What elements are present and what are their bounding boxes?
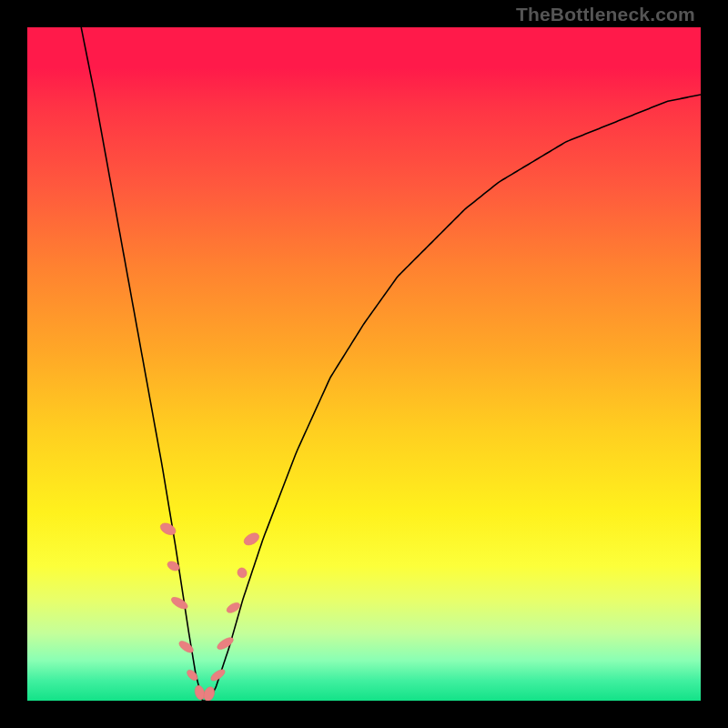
watermark-text: TheBottleneck.com <box>516 4 695 25</box>
bottleneck-curve <box>27 27 701 701</box>
bead-marker <box>158 521 177 537</box>
bead-marker <box>242 531 261 548</box>
bead-marker <box>236 566 248 579</box>
bead-marker <box>216 635 236 652</box>
bead-marker <box>202 685 217 701</box>
outer-frame: TheBottleneck.com <box>0 0 728 728</box>
bead-marker <box>169 595 189 612</box>
bead-markers <box>158 521 261 701</box>
